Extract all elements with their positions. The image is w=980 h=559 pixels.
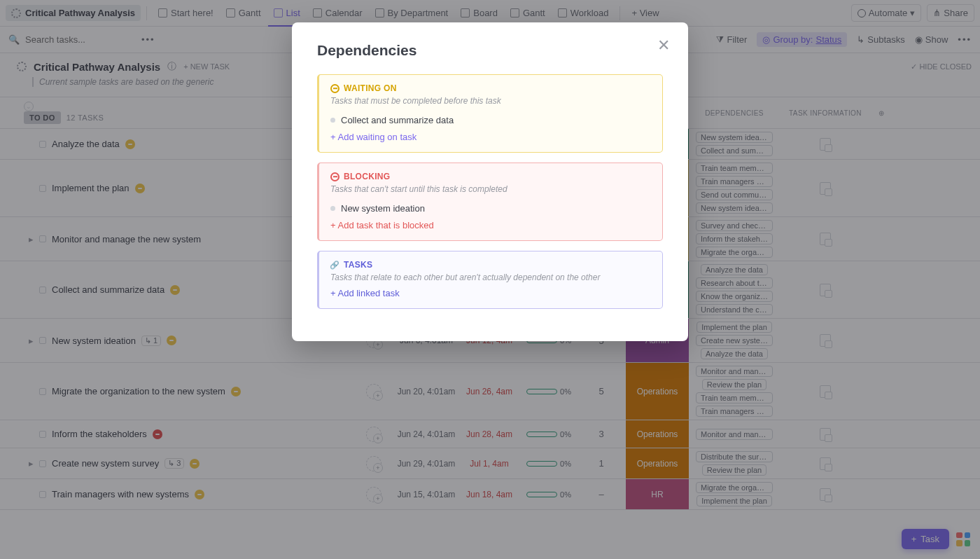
status-dot-icon — [330, 118, 335, 123]
modal-title: Dependencies — [317, 42, 663, 59]
dependencies-modal: ✕ Dependencies WAITING ON Tasks that mus… — [292, 22, 688, 341]
add-blocking-task-button[interactable]: + Add task that is blocked — [330, 220, 651, 230]
close-icon[interactable]: ✕ — [657, 38, 670, 53]
dependency-item[interactable]: New system ideation — [330, 200, 651, 217]
add-waiting-task-button[interactable]: + Add waiting on task — [330, 132, 651, 142]
link-icon — [330, 261, 340, 270]
add-linked-task-button[interactable]: + Add linked task — [330, 288, 651, 298]
dependency-item[interactable]: Collect and summarize data — [330, 111, 651, 129]
waiting-on-card: WAITING ON Tasks that must be completed … — [317, 74, 663, 153]
linked-tasks-card: TASKS Tasks that relate to each other bu… — [317, 251, 663, 309]
modal-overlay[interactable]: ✕ Dependencies WAITING ON Tasks that mus… — [0, 0, 980, 559]
status-dot-icon — [330, 206, 335, 211]
blocking-card: BLOCKING Tasks that can't start until th… — [317, 163, 663, 241]
waiting-icon — [330, 84, 340, 93]
blocking-icon — [330, 172, 340, 181]
